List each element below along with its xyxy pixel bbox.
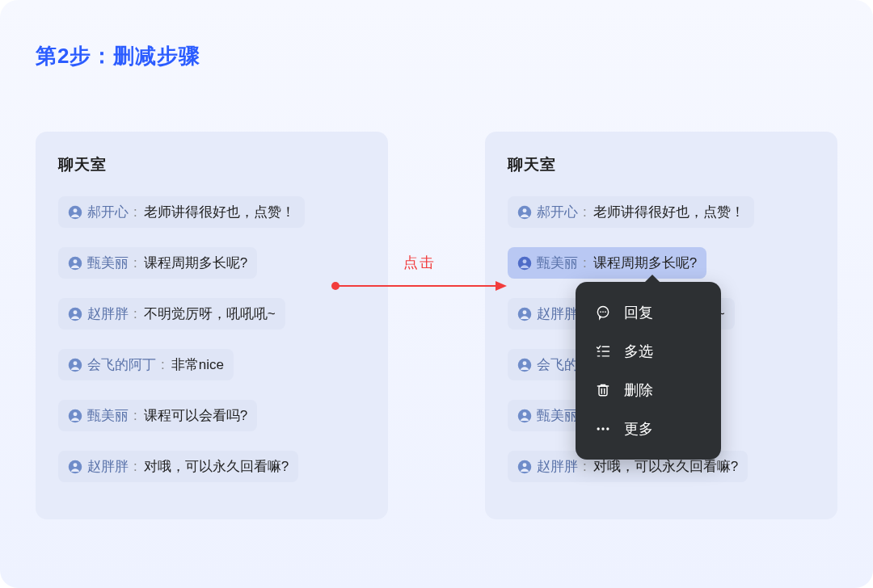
svg-point-9 xyxy=(74,412,78,416)
svg-point-38 xyxy=(606,427,609,430)
sender-name: 赵胖胖 xyxy=(87,457,129,476)
panel-title: 聊天室 xyxy=(58,154,365,175)
message-text: 课程周期多长呢? xyxy=(144,254,247,272)
svg-point-27 xyxy=(605,311,606,313)
svg-point-1 xyxy=(74,208,78,212)
avatar-icon xyxy=(68,205,82,220)
avatar-icon xyxy=(517,307,532,321)
menu-item-reply[interactable]: 回复 xyxy=(576,293,721,332)
avatar-icon xyxy=(68,307,82,321)
svg-point-21 xyxy=(523,412,527,416)
chat-message-selected[interactable]: 甄美丽: 课程周期多长呢? xyxy=(508,247,706,279)
svg-point-13 xyxy=(523,208,527,212)
svg-point-15 xyxy=(523,259,527,263)
sender-name: 郝开心 xyxy=(87,203,129,221)
avatar-icon xyxy=(517,460,532,474)
svg-point-36 xyxy=(597,427,600,430)
avatar-icon xyxy=(68,409,82,423)
avatar-icon xyxy=(517,205,532,220)
sender-name: 甄美丽 xyxy=(537,406,578,425)
message-text: 老师讲得很好也，点赞！ xyxy=(144,203,295,221)
chat-panel-before: 聊天室 郝开心: 老师讲得很好也，点赞！ 甄美丽: 课程周期多长呢? 赵胖胖: … xyxy=(36,132,388,519)
context-menu: 回复 多选 删除 更多 xyxy=(576,282,721,460)
panels-row: 聊天室 郝开心: 老师讲得很好也，点赞！ 甄美丽: 课程周期多长呢? 赵胖胖: … xyxy=(36,132,837,519)
avatar-icon xyxy=(68,460,82,474)
svg-point-11 xyxy=(74,463,78,467)
reply-icon xyxy=(595,304,611,321)
message-text: 老师讲得很好也，点赞！ xyxy=(593,203,744,221)
sender-name: 赵胖胖 xyxy=(537,457,578,476)
chat-message[interactable]: 郝开心: 老师讲得很好也，点赞！ xyxy=(58,196,305,228)
sender-name: 赵胖胖 xyxy=(537,304,578,323)
avatar-icon xyxy=(517,358,532,372)
menu-item-delete[interactable]: 删除 xyxy=(576,371,721,410)
message-text: 对哦，可以永久回看嘛? xyxy=(144,457,289,476)
chat-message[interactable]: 郝开心: 老师讲得很好也，点赞！ xyxy=(508,196,754,228)
menu-item-label: 回复 xyxy=(624,303,653,322)
svg-rect-33 xyxy=(599,386,607,396)
message-text: 对哦，可以永久回看嘛? xyxy=(593,457,738,476)
avatar-icon xyxy=(517,256,532,271)
svg-point-7 xyxy=(74,361,78,365)
menu-item-more[interactable]: 更多 xyxy=(576,410,721,448)
step-title: 第2步：删减步骤 xyxy=(36,42,837,70)
svg-point-17 xyxy=(523,310,527,314)
svg-point-23 xyxy=(523,463,527,467)
message-text: 课程周期多长呢? xyxy=(593,254,697,272)
sender-name: 会飞的阿丁 xyxy=(87,355,156,374)
chat-message[interactable]: 甄美丽: 课程可以会看吗? xyxy=(58,400,257,431)
message-list: 郝开心: 老师讲得很好也，点赞！ 甄美丽: 课程周期多长呢? 赵胖胖: 不明觉厉… xyxy=(58,196,365,482)
sender-name: 郝开心 xyxy=(537,203,578,221)
message-text: 不明觉厉呀，吼吼吼~ xyxy=(144,304,276,323)
sender-name: 甄美丽 xyxy=(87,254,129,272)
menu-item-label: 更多 xyxy=(624,419,653,439)
sender-name: 甄美丽 xyxy=(87,406,129,425)
panel-title: 聊天室 xyxy=(508,154,815,175)
menu-item-label: 删除 xyxy=(624,380,653,400)
diagram-canvas: 第2步：删减步骤 聊天室 郝开心: 老师讲得很好也，点赞！ 甄美丽: 课程周期多… xyxy=(0,0,873,588)
chat-message[interactable]: 会飞的阿丁: 非常nice xyxy=(58,349,234,380)
chat-message[interactable]: 赵胖胖: 对哦，可以永久回看嘛? xyxy=(58,451,298,482)
avatar-icon xyxy=(517,409,532,423)
menu-item-label: 多选 xyxy=(624,342,653,361)
avatar-icon xyxy=(68,256,82,271)
message-text: 非常nice xyxy=(171,355,224,374)
more-icon xyxy=(595,421,611,437)
sender-name: 甄美丽 xyxy=(537,254,578,272)
sender-name: 赵胖胖 xyxy=(87,304,129,323)
delete-icon xyxy=(595,382,611,398)
multi-icon xyxy=(595,343,611,359)
menu-item-multiselect[interactable]: 多选 xyxy=(576,332,721,371)
chat-message[interactable]: 甄美丽: 课程周期多长呢? xyxy=(58,247,257,279)
chat-panel-after: 聊天室 郝开心: 老师讲得很好也，点赞！ 甄美丽: 课程周期多长呢? 赵胖胖: … xyxy=(485,132,837,519)
svg-point-26 xyxy=(602,311,604,313)
svg-point-25 xyxy=(600,311,601,313)
svg-point-3 xyxy=(74,259,78,263)
chat-message[interactable]: 赵胖胖: 不明觉厉呀，吼吼吼~ xyxy=(58,298,285,330)
svg-point-37 xyxy=(601,427,604,430)
svg-point-19 xyxy=(523,361,527,365)
avatar-icon xyxy=(68,358,82,372)
message-text: 课程可以会看吗? xyxy=(144,406,247,425)
svg-point-5 xyxy=(74,310,78,314)
